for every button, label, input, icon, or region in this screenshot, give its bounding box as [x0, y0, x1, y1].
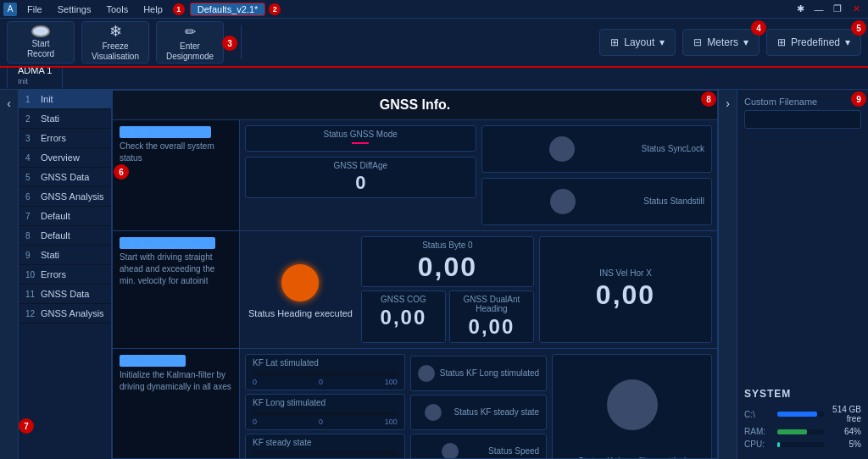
kf-lat-max: 100: [385, 378, 398, 386]
nav-item-10-errors[interactable]: 10 Errors: [19, 265, 111, 285]
step3-desc: Initialize the Kalman-filter by driving …: [120, 369, 232, 393]
freeze-vis-button[interactable]: ❄ FreezeVisualisation: [81, 21, 149, 64]
heading-dot: [281, 264, 319, 301]
nav-num-7: 7: [25, 212, 41, 221]
predefined-dropdown[interactable]: ⊞ Predefined ▾: [766, 29, 861, 56]
toolbar-separator: [241, 25, 242, 59]
sys-ram-label: RAM:: [744, 427, 774, 436]
nav-label-12: GNSS Analysis: [41, 308, 104, 318]
tab-adma1-sub: Init: [18, 77, 28, 86]
kf-steady-container: KF steady state 0 0 100: [245, 434, 405, 459]
kf-lat-markers: 0 0 100: [253, 378, 398, 386]
kf-lat-label: KF Lat stimulated: [253, 358, 398, 368]
nav-item-6-gnss-analysis[interactable]: 6 GNSS Analysis: [19, 187, 111, 207]
standstill-dot: [550, 189, 576, 214]
nav-label-11: GNSS Data: [41, 289, 89, 299]
kf-long-max: 100: [385, 418, 398, 426]
sidebar-left-toggle[interactable]: ‹: [0, 90, 19, 459]
sys-row-ram: RAM: 64%: [744, 427, 861, 436]
nav-item-12-gnss-analysis[interactable]: 12 GNSS Analysis: [19, 304, 111, 324]
nav-num-5: 5: [25, 173, 41, 182]
kf-long-track: [253, 411, 398, 416]
nav-num-3: 3: [25, 134, 41, 143]
nav-label-7: Default: [41, 211, 70, 221]
kf-lat-track: [253, 371, 398, 376]
step2-content: Status Heading executed Status Byte 0 0,…: [240, 231, 717, 348]
kf-long-mid: 0: [319, 418, 323, 426]
nav-num-9: 9: [25, 251, 41, 260]
sys-row-cpu: CPU: 5%: [744, 440, 861, 449]
enter-design-button[interactable]: ✏ EnterDesignmode: [156, 21, 224, 64]
freeze-vis-label: FreezeVisualisation: [92, 41, 139, 62]
nav-label-2: Stati: [41, 113, 59, 124]
gnss-diff-card: GNSS DiffAge 0: [245, 157, 476, 198]
badge-5: 5: [851, 20, 866, 36]
badge-7: 7: [19, 418, 34, 434]
nav-label-3: Errors: [41, 133, 66, 143]
sys-cpu-track: [777, 442, 824, 447]
nav-item-3-errors[interactable]: 3 Errors: [19, 129, 111, 148]
menu-help[interactable]: Help: [136, 3, 170, 16]
start-record-button[interactable]: StartRecord: [7, 21, 75, 64]
sys-ram-track: [777, 429, 824, 434]
kf-long-markers: 0 0 100: [253, 418, 398, 426]
sys-c-track: [777, 412, 824, 417]
step1-left: 1| SYSTEM CHECK Check the overall system…: [113, 120, 240, 230]
content-area: 8 6 GNSS Info. 1| SYSTEM CHECK Check the…: [112, 90, 718, 459]
nav-num-6: 6: [25, 192, 41, 202]
menu-settings[interactable]: Settings: [51, 3, 98, 16]
step1-label: 1| SYSTEM CHECK: [120, 127, 232, 137]
nav-item-1-init[interactable]: 1 Init: [19, 90, 111, 109]
nav-item-11-gnss-data[interactable]: 11 GNSS Data: [19, 285, 111, 304]
step3-label: 3| INIT DRIVE: [120, 356, 232, 366]
nav-item-4-overview[interactable]: 4 Overview: [19, 148, 111, 168]
win-close[interactable]: ✕: [848, 3, 865, 16]
status-speed-label: Status Speed: [488, 446, 539, 456]
nav-item-5-gnss-data[interactable]: 5 GNSS Data: [19, 168, 111, 187]
custom-filename-section: Custom Filename: [744, 97, 861, 129]
step1-desc: Check the overall system status: [120, 141, 232, 164]
step1-content: Status GNSS Mode GNSS DiffAge 0: [240, 120, 717, 230]
win-minimize[interactable]: —: [810, 3, 827, 16]
meters-dropdown[interactable]: ⊟ Meters ▾: [682, 29, 760, 56]
predefined-icon: ⊞: [777, 36, 786, 48]
standstill-card: Status Standstill: [481, 178, 713, 225]
main-layout: ‹ 1 Init 2 Stati 3 Errors 4 Overview: [0, 90, 868, 459]
menu-tools[interactable]: Tools: [99, 3, 135, 16]
custom-filename-input[interactable]: [744, 110, 861, 129]
standstill-label: Status Standstill: [643, 196, 704, 206]
profile-badge[interactable]: Defaults_v2.1*: [190, 3, 266, 16]
menu-file[interactable]: File: [20, 3, 49, 16]
sidebar-nav: 1 Init 2 Stati 3 Errors 4 Overview 5 G: [19, 90, 111, 459]
byte0-card: Status Byte 0 0,00: [361, 236, 534, 287]
win-maximize[interactable]: ❐: [829, 3, 846, 16]
window-controls: ✱ — ❐ ✕: [792, 3, 865, 16]
kalman-circle: [607, 379, 658, 430]
kf-long-label: KF Long stimulated: [253, 398, 398, 407]
nav-num-8: 8: [25, 231, 41, 241]
custom-filename-label: Custom Filename: [744, 97, 861, 107]
nav-num-1: 1: [25, 95, 41, 104]
layout-dropdown[interactable]: ⊞ Layout ▾: [599, 29, 676, 56]
nav-num-12: 12: [25, 309, 41, 318]
nav-label-1: Init: [41, 94, 53, 104]
dual-ant-card: GNSS DualAnt Heading 0,00: [449, 290, 534, 343]
kf-long-min: 0: [253, 418, 257, 426]
meters-icon: ⊟: [693, 36, 702, 48]
gnss-title: GNSS Info.: [113, 91, 717, 120]
nav-item-2-stati[interactable]: 2 Stati: [19, 109, 111, 129]
nav-label-4: Overview: [41, 152, 80, 163]
status-kf-long-label: Status KF Long stimulated: [440, 368, 539, 378]
dual-ant-label: GNSS DualAnt Heading: [457, 295, 526, 313]
step3-section: 3| INIT DRIVE Initialize the Kalman-filt…: [113, 349, 717, 459]
nav-item-8-default[interactable]: 8 Default: [19, 226, 111, 246]
nav-num-2: 2: [25, 114, 41, 124]
win-settings[interactable]: ✱: [792, 3, 809, 16]
nav-item-7-default[interactable]: 7 Default: [19, 207, 111, 226]
sys-ram-fill: [777, 429, 807, 434]
nav-label-8: Default: [41, 230, 70, 241]
badge-9: 9: [851, 91, 866, 107]
kalman-label: Status Kalmanfilter settled: [578, 456, 687, 459]
nav-item-9-stati[interactable]: 9 Stati: [19, 246, 111, 265]
sidebar-right-toggle[interactable]: ›: [718, 90, 737, 459]
